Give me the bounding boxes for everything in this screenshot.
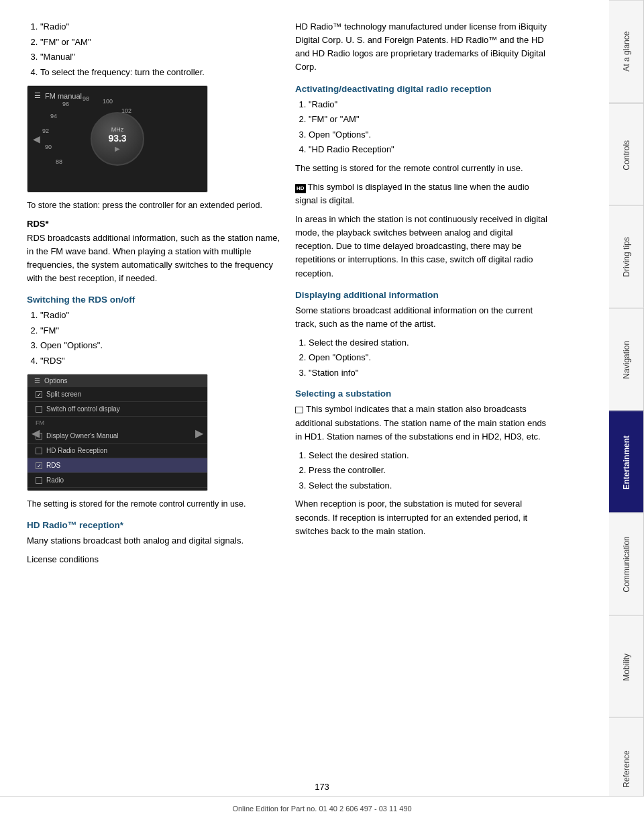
activating-steps-list: "Radio" "FM" or "AM" Open "Options". "HD… bbox=[295, 98, 550, 156]
activating-note-3: In areas in which the station is not con… bbox=[295, 213, 550, 280]
sub-step-1: Select the desired station. bbox=[309, 449, 550, 462]
sidebar-item-navigation[interactable]: Navigation bbox=[609, 308, 644, 411]
hd-radio-label: HD Radio Reception bbox=[46, 447, 107, 454]
intro-steps-list: "Radio" "FM" or "AM" "Manual" To select … bbox=[27, 20, 282, 79]
options-item-switch-off: Switch off control display bbox=[28, 402, 207, 417]
sidebar-item-communication[interactable]: Communication bbox=[609, 513, 644, 615]
hd-reception-heading: HD Radio™ reception* bbox=[27, 520, 282, 530]
act-step-3: Open "Options". bbox=[309, 128, 550, 142]
sidebar-label-controls: Controls bbox=[622, 140, 631, 170]
switch-step-1: "Radio" bbox=[40, 309, 282, 322]
sidebar-item-at-a-glance[interactable]: At a glance bbox=[609, 0, 644, 103]
step-2: "FM" or "AM" bbox=[40, 36, 282, 49]
radio-label: Radio bbox=[46, 476, 64, 484]
footer-copyright: Online Edition for Part no. 01 40 2 606 … bbox=[232, 805, 411, 813]
radio-dial-image: ☰ FM manual ◀ 96 98 100 102 104 106 108 … bbox=[27, 85, 208, 193]
sidebar-label-mobility: Mobility bbox=[622, 653, 631, 680]
dial-frequency: 93.3 bbox=[108, 133, 126, 144]
dial-unit: MHz bbox=[111, 126, 124, 133]
rds-check bbox=[36, 462, 42, 469]
sidebar-label-navigation: Navigation bbox=[622, 340, 631, 378]
page-container: "Radio" "FM" or "AM" "Manual" To select … bbox=[0, 0, 644, 820]
sub-step-3: Select the substation. bbox=[309, 479, 550, 493]
substation-steps-list: Select the desired station. Press the co… bbox=[295, 449, 550, 493]
sidebar-item-driving-tips[interactable]: Driving tips bbox=[609, 205, 644, 308]
rds-body: RDS broadcasts additional information, s… bbox=[27, 232, 282, 286]
displaying-body: Some stations broadcast additional infor… bbox=[295, 304, 550, 331]
options-item-hd-radio: HD Radio Reception bbox=[28, 444, 207, 458]
options-item-radio: Radio bbox=[28, 473, 207, 488]
radio-check bbox=[36, 477, 42, 484]
options-item-owners-manual: Display Owner's Manual bbox=[28, 429, 207, 444]
options-arrow-right-icon: ▶ bbox=[195, 426, 203, 439]
license-label: License conditions bbox=[27, 553, 282, 566]
sidebar-label-at-a-glance: At a glance bbox=[622, 32, 631, 72]
owners-manual-label: Display Owner's Manual bbox=[46, 432, 119, 440]
hd-license-body: HD Radio™ technology manufactured under … bbox=[295, 20, 550, 74]
disp-step-3: "Station info" bbox=[309, 366, 550, 380]
switching-heading: Switching the RDS on/off bbox=[27, 295, 282, 305]
substation-heading: Selecting a substation bbox=[295, 389, 550, 399]
hd-body: Many stations broadcast both analog and … bbox=[27, 534, 282, 548]
act-step-1: "Radio" bbox=[309, 98, 550, 111]
split-screen-label: Split screen bbox=[46, 391, 81, 398]
substation-footer: When reception is poor, the substation i… bbox=[295, 497, 550, 537]
step-3: "Manual" bbox=[40, 50, 282, 64]
switch-step-2: "FM" bbox=[40, 324, 282, 338]
main-content: "Radio" "FM" or "AM" "Manual" To select … bbox=[0, 0, 609, 820]
displaying-heading: Displaying additional information bbox=[295, 290, 550, 300]
displaying-steps-list: Select the desired station. Open "Option… bbox=[295, 336, 550, 380]
activating-heading: Activating/deactivating digital radio re… bbox=[295, 84, 550, 94]
disp-step-1: Select the desired station. bbox=[309, 336, 550, 350]
page-number: 173 bbox=[315, 782, 329, 792]
act-step-2: "FM" or "AM" bbox=[309, 113, 550, 126]
options-item-split-screen: Split screen bbox=[28, 387, 207, 402]
split-screen-check bbox=[36, 391, 42, 398]
options-arrow-left-icon: ◀ bbox=[32, 426, 40, 439]
disp-step-2: Open "Options". bbox=[309, 351, 550, 364]
sidebar-item-mobility[interactable]: Mobility bbox=[609, 615, 644, 718]
right-column: HD Radio™ technology manufactured under … bbox=[295, 20, 550, 780]
sidebar-item-entertainment[interactable]: Entertainment bbox=[609, 411, 644, 513]
sidebar: At a glance Controls Driving tips Naviga… bbox=[609, 0, 644, 820]
activating-note-1: The setting is stored for the remote con… bbox=[295, 162, 550, 175]
sidebar-label-driving-tips: Driving tips bbox=[622, 237, 631, 276]
footer: Online Edition for Part no. 01 40 2 606 … bbox=[0, 796, 644, 820]
act-step-4: "HD Radio Reception" bbox=[309, 143, 550, 156]
hd-symbol-icon: HD bbox=[295, 184, 306, 193]
caption-1: To store the station: press the controll… bbox=[27, 199, 282, 212]
activating-note-2: HDThis symbol is displayed in the status… bbox=[295, 181, 550, 207]
sidebar-item-controls[interactable]: Controls bbox=[609, 103, 644, 206]
sub-step-2: Press the controller. bbox=[309, 464, 550, 477]
switch-step-3: Open "Options". bbox=[40, 339, 282, 352]
switching-steps-list: "Radio" "FM" Open "Options". "RDS" bbox=[27, 309, 282, 367]
sidebar-label-reference: Reference bbox=[622, 751, 631, 788]
switch-step-4: "RDS" bbox=[40, 354, 282, 368]
options-item-rds: RDS bbox=[28, 458, 207, 473]
switch-off-check bbox=[36, 406, 42, 413]
left-column: "Radio" "FM" or "AM" "Manual" To select … bbox=[27, 20, 282, 780]
caption-2: The setting is stored for the remote con… bbox=[27, 498, 282, 511]
hd-radio-check bbox=[36, 448, 42, 454]
options-title-bar: ☰ Options bbox=[28, 374, 207, 387]
sidebar-label-entertainment: Entertainment bbox=[622, 435, 631, 489]
page-number-container: 173 bbox=[315, 782, 329, 792]
options-menu-image: ☰ Options Split screen Switch off contro… bbox=[27, 374, 208, 491]
substation-note: This symbol indicates that a main statio… bbox=[295, 403, 550, 443]
rds-label: RDS bbox=[46, 462, 60, 469]
step-1: "Radio" bbox=[40, 20, 282, 34]
rds-heading: RDS* bbox=[27, 219, 282, 229]
sidebar-label-communication: Communication bbox=[622, 536, 631, 592]
switch-off-label: Switch off control display bbox=[46, 405, 120, 413]
dial-circle: MHz 93.3 ▶ bbox=[91, 112, 144, 166]
options-title-label: Options bbox=[44, 377, 67, 385]
fm-section-label: FM bbox=[28, 417, 207, 429]
step-4: To select the frequency: turn the contro… bbox=[40, 66, 282, 79]
substation-symbol-icon bbox=[295, 407, 303, 413]
